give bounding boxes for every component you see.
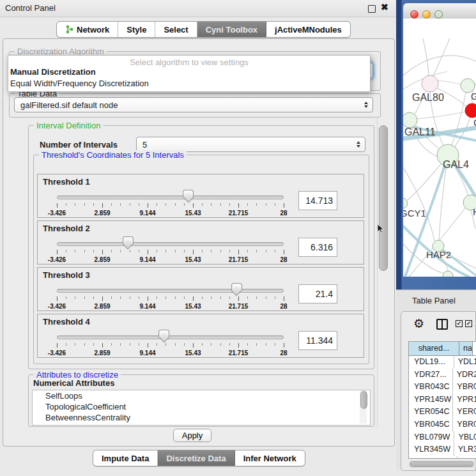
float-window-icon[interactable]	[368, 5, 376, 13]
attribute-item-topologicalcoefficient[interactable]: TopologicalCoefficient	[33, 401, 370, 412]
network-edge[interactable]	[438, 81, 461, 84]
table-cell: YBR043C	[409, 381, 453, 394]
tab-impute-data[interactable]: Impute Data	[93, 450, 158, 466]
threshold-slider[interactable]: -3.4262.8599.14415.4321.71528	[57, 221, 284, 265]
table-cell: YBR0	[453, 381, 476, 394]
attribute-item-betweennesscentrality[interactable]: BetweennessCentrality	[33, 412, 370, 423]
slider-tick	[130, 343, 130, 346]
table-row[interactable]: YER054CYER0	[409, 406, 476, 418]
popup-option-manual-discretization[interactable]: Manual Discretization	[10, 67, 96, 77]
slider-tick	[184, 343, 185, 346]
slider-tick-label: 21.715	[229, 256, 249, 263]
table-row[interactable]: YBR043CYBR0	[409, 381, 476, 394]
slider-tick	[165, 203, 166, 206]
close-icon[interactable]: ✖	[381, 2, 388, 12]
slider-tick	[193, 296, 194, 301]
slider-track[interactable]	[57, 196, 284, 199]
slider-tick	[193, 250, 194, 254]
slider-thumb[interactable]	[123, 236, 134, 245]
minimize-traffic-light-icon[interactable]	[422, 10, 431, 19]
network-node[interactable]	[403, 112, 417, 128]
attributes-scrollbar-thumb[interactable]	[360, 391, 367, 409]
tab-label: Discretize Data	[166, 454, 226, 463]
threshold-value-field[interactable]: 11.344	[298, 331, 337, 350]
table-hscrollbar[interactable]	[409, 461, 476, 468]
network-node[interactable]	[422, 75, 438, 92]
network-canvas[interactable]: GAL80GACGAL11GAL4GCY1HHAP2	[403, 19, 476, 277]
network-node[interactable]	[443, 271, 453, 277]
checkbox-icon[interactable]: ✓	[465, 320, 472, 327]
slider-tick	[84, 250, 85, 252]
threshold-value-field[interactable]: 21.4	[298, 284, 337, 303]
settings-scrollbar-thumb[interactable]	[379, 125, 388, 271]
gear-icon[interactable]: ⚙	[413, 316, 424, 330]
checkbox-icon[interactable]: ✓	[456, 320, 463, 327]
split-view-icon[interactable]	[436, 319, 448, 330]
slider-track[interactable]	[57, 289, 284, 293]
node-table[interactable]: shared...naYDL19...YDL1YDR27...YDR2YBR04…	[408, 341, 476, 459]
interval-definition-title: Interval Definition	[34, 121, 103, 130]
table-row[interactable]: YLR345WYLR3	[409, 443, 476, 456]
algorithm-dropdown-popup: Select algorithm to view settings Manual…	[8, 55, 371, 92]
network-node[interactable]	[403, 198, 408, 208]
slider-tick-label: 9.144	[139, 210, 155, 217]
slider-tick	[157, 343, 157, 346]
tab-infer-network[interactable]: Infer Network	[235, 450, 305, 466]
table-row[interactable]: YIL052CYIL0	[409, 456, 476, 459]
network-node-label: GCY1	[403, 208, 426, 219]
slider-tick	[102, 250, 103, 254]
network-edge[interactable]	[403, 56, 476, 75]
network-edge[interactable]	[417, 112, 465, 119]
tab-select[interactable]: Select	[155, 22, 197, 37]
threshold-value-field[interactable]: 6.316	[298, 238, 337, 257]
slider-track[interactable]	[57, 242, 284, 246]
column-header[interactable]: na	[459, 342, 473, 355]
tab-discretize-data[interactable]: Discretize Data	[158, 450, 234, 466]
popup-option-equal-width-frequency-discretization[interactable]: Equal Width/Frequency Discretization	[10, 79, 149, 88]
threshold-slider[interactable]: -3.4262.8599.14415.4321.71528	[57, 268, 284, 312]
slider-tick	[220, 250, 221, 252]
slider-tick-label: 21.715	[229, 210, 249, 217]
network-window-titlebar[interactable]	[403, 3, 476, 19]
settings-scrollbar[interactable]	[377, 119, 388, 427]
slider-tick	[93, 250, 94, 252]
slider-tick	[66, 296, 66, 299]
table-hscrollbar-thumb[interactable]	[410, 461, 473, 467]
table-row[interactable]: YDR27...YDR2	[409, 369, 476, 381]
slider-tick	[139, 250, 139, 252]
close-traffic-light-icon[interactable]	[410, 10, 418, 19]
tab-cyni-toolbox[interactable]: Cyni Toolbox	[197, 22, 266, 37]
slider-thumb[interactable]	[183, 190, 194, 198]
network-edge[interactable]	[423, 38, 429, 75]
tab-style[interactable]: Style	[118, 22, 155, 37]
threshold-slider[interactable]: -3.4262.8599.14415.4321.71528	[57, 174, 284, 219]
slider-tick	[57, 203, 58, 208]
slider-tick	[266, 203, 266, 206]
table-row[interactable]: YPR145WYPR1	[409, 394, 476, 406]
zoom-traffic-light-icon[interactable]	[434, 10, 443, 19]
column-header[interactable]: shared...	[409, 342, 459, 355]
slider-tick-label: 28	[280, 256, 287, 263]
slider-tick	[229, 296, 230, 299]
table-row[interactable]: YBR045CYBR0	[409, 418, 476, 431]
slider-tick-label: 9.144	[139, 349, 155, 357]
attributes-scrollbar[interactable]	[360, 390, 367, 424]
apply-button[interactable]: Apply	[173, 429, 211, 442]
table-row[interactable]: YDL19...YDL1	[409, 356, 476, 369]
threshold-slider[interactable]: -3.4262.8599.14415.4321.71528	[57, 314, 284, 358]
slider-tick	[84, 203, 85, 206]
slider-thumb[interactable]	[231, 283, 242, 291]
threshold-value-field[interactable]: 14.713	[298, 191, 337, 210]
slider-tick	[238, 343, 239, 348]
slider-thumb[interactable]	[158, 330, 169, 338]
slider-track[interactable]	[57, 335, 284, 339]
tab-network[interactable]: Network	[57, 22, 118, 37]
table-cell: YIL052C	[409, 456, 457, 459]
table-data-combobox[interactable]: galFiltered.sif default node	[14, 97, 373, 112]
slider-tick	[220, 343, 221, 346]
tab-jactivemnodules[interactable]: jActiveMNodules	[266, 22, 350, 37]
table-row[interactable]: YBL079WYBL0	[409, 431, 476, 444]
attribute-item-selfloops[interactable]: SelfLoops	[33, 390, 370, 401]
network-node[interactable]	[465, 104, 476, 118]
numerical-attributes-list[interactable]: SelfLoopsTopologicalCoefficientBetweenne…	[32, 390, 371, 426]
